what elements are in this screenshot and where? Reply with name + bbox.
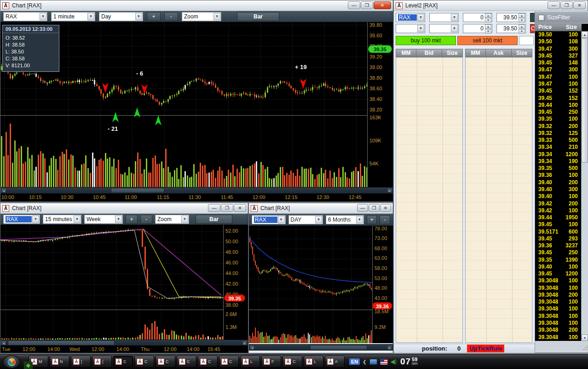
titlebar[interactable]: Â Chart [RAX] — ❐ ✕ [249,203,393,214]
close-button[interactable]: ✕ [234,204,246,212]
sizefilter-checkbox[interactable] [538,15,544,21]
symbol-combo[interactable]: ▼ [396,24,425,33]
spin-up-icon[interactable]: ▲ [485,13,491,18]
speaker-icon[interactable]: ◀) [391,358,397,365]
interval-combo[interactable]: 1 minute▼ [51,12,95,21]
chevron-down-icon[interactable]: ▼ [417,25,424,32]
range-combo[interactable]: Day▼ [99,12,143,21]
scrollbar-thumb[interactable] [111,188,164,193]
taskbar-window-button[interactable]: Â C [282,356,302,368]
taskbar-window-button[interactable]: Â C [113,356,133,368]
titlebar[interactable]: Â Chart [RAX] — ❐ ✕ [0,0,393,11]
scrollbar-thumb[interactable] [582,38,588,163]
chevron-down-icon[interactable]: ▼ [74,216,81,223]
zoom-in-button[interactable]: + [126,215,138,224]
quantity-stepper[interactable]: 0▲▼ [463,24,492,33]
zoom-out-button[interactable]: - [140,215,152,224]
chevron-down-icon[interactable]: ▼ [32,216,39,223]
scroll-left-arrow-icon[interactable]: ◄ [249,345,255,350]
spin-down-icon[interactable]: ▼ [485,29,491,34]
interval-combo[interactable]: DAY▼ [288,215,323,224]
chart-h-scrollbar[interactable]: ◄ ► [249,344,393,351]
taskbar-window-button[interactable]: Â C [134,356,154,368]
trades-scrollbar[interactable]: ▲ ▼ [581,31,588,341]
titlebar[interactable]: Â Chart [RAX] — ❐ ✕ [0,203,248,214]
price-stepper[interactable]: 39.50▲▼ [496,24,526,33]
zoom-combo[interactable]: Zoom▼ [182,12,221,21]
start-button[interactable] [3,355,20,369]
resize-grip[interactable] [582,346,588,351]
minimize-button[interactable]: — [208,204,220,212]
symbol-combo[interactable]: RAX▼ [252,215,286,224]
scroll-left-arrow-icon[interactable]: ◄ [1,188,6,193]
spin-up-icon[interactable]: ▲ [519,13,525,18]
scroll-right-arrow-icon[interactable]: ► [387,345,392,350]
route-combo[interactable]: ▼ [429,24,459,33]
range-combo[interactable]: Week▼ [84,215,123,224]
chevron-down-icon[interactable]: ▼ [40,13,46,20]
chart-style-button[interactable]: Bar [196,215,232,224]
spin-down-icon[interactable]: ▼ [485,18,491,23]
symbol-combo[interactable]: RAX▼ [396,13,425,22]
chart-canvas[interactable] [0,225,224,340]
quantity-stepper[interactable]: 0▲▼ [463,13,492,22]
chart-style-button[interactable]: Bar [237,12,279,21]
scroll-down-arrow-icon[interactable]: ▼ [582,334,588,341]
route-combo[interactable]: ▼ [429,13,459,22]
network-icon[interactable] [369,359,377,365]
minimize-button[interactable]: — [357,204,368,212]
dragon-app-icon[interactable]: ❖ [24,362,33,369]
taskbar-window-button[interactable]: Â C [177,356,196,368]
taskbar-window-button[interactable]: Â F [261,356,281,368]
taskbar-window-button[interactable]: Â C [219,356,239,368]
spin-down-icon[interactable]: ▼ [519,29,525,34]
maximize-button[interactable]: ❐ [369,204,380,212]
taskbar-window-button[interactable]: Â C [198,356,218,368]
price-stepper[interactable]: 39.50▲▼ [496,13,526,22]
taskbar-window-notes[interactable]: Â A [325,356,345,368]
taskbar-window-button[interactable]: Â [ [71,356,91,368]
maximize-button[interactable]: ❐ [560,1,573,9]
symbol-combo[interactable]: RAX▼ [3,215,40,224]
range-combo[interactable]: 6 Months▼ [326,215,364,224]
buy-market-button[interactable]: buy 100 mkt [396,36,456,45]
bid-table-body[interactable] [396,57,463,343]
zoom-in-button[interactable]: + [367,215,377,224]
chevron-down-icon[interactable]: ▼ [213,13,220,20]
taskbar-window-button[interactable]: Â N [50,356,69,368]
chevron-down-icon[interactable]: ▼ [87,13,94,20]
candlestick-chart[interactable]: 78.0073.0068.0063.0058.0053.0048.0043.00… [249,226,393,343]
close-button[interactable]: ✕ [573,1,586,9]
chevron-down-icon[interactable]: ▼ [315,216,322,223]
candlestick-chart[interactable]: 39.8039.6039.4039.2039.0038.8038.6038.40… [0,22,393,187]
minimize-button[interactable]: — [348,1,360,9]
chevron-down-icon[interactable]: ▼ [417,14,424,21]
spin-down-icon[interactable]: ▼ [519,18,525,23]
close-button[interactable]: ✕ [374,1,391,9]
tray-expand-icon[interactable]: ❮ [363,359,366,364]
minimize-button[interactable]: — [548,1,560,9]
chevron-down-icon[interactable]: ▼ [451,14,458,21]
taskbar-window-button[interactable]: Â ( [92,356,112,368]
maximize-button[interactable]: ❐ [361,1,373,9]
scroll-up-arrow-icon[interactable]: ▲ [582,31,588,38]
zoom-out-button[interactable]: - [380,215,390,224]
symbol-combo[interactable]: RAX▼ [3,12,47,21]
maximize-button[interactable]: ❐ [221,204,233,212]
scrollbar-thumb[interactable] [8,340,115,346]
scrollbar-thumb[interactable] [310,345,367,350]
zoom-in-button[interactable]: + [147,12,161,21]
chevron-down-icon[interactable]: ▼ [181,216,188,223]
zoom-out-button[interactable]: - [164,12,178,21]
ask-table-body[interactable] [465,57,532,343]
taskbar-window-button[interactable]: Â C [156,356,175,368]
candlestick-chart[interactable]: 52.0050.0048.0046.0044.0042.0040.0038.00… [0,225,248,340]
taskbar-window-button[interactable]: Â L [304,356,323,368]
scroll-right-arrow-icon[interactable]: ► [242,340,248,346]
chevron-down-icon[interactable]: ▼ [278,216,285,223]
scroll-right-arrow-icon[interactable]: ► [387,188,392,193]
chart-canvas[interactable] [249,226,372,343]
titlebar[interactable]: Â Level2 [RAX] — ❐ ✕ [394,0,588,11]
trades-list[interactable]: 39.50 100 39.50 108 39.47 300 39.45 327 [535,31,582,341]
spin-up-icon[interactable]: ▲ [519,24,525,29]
